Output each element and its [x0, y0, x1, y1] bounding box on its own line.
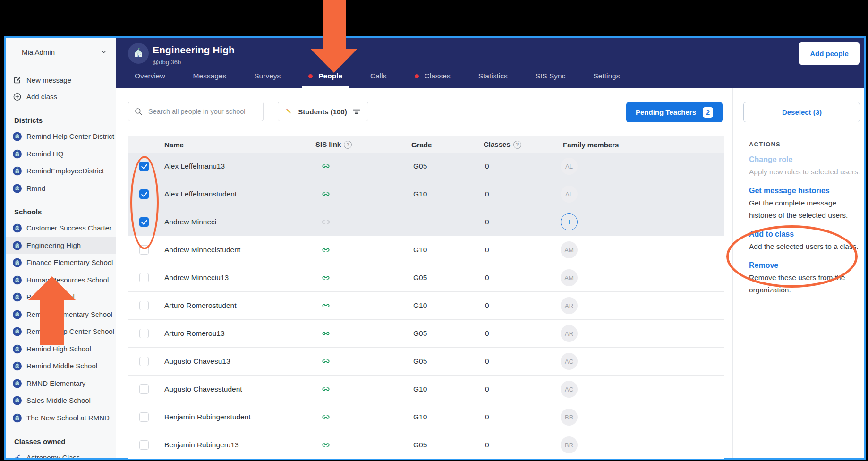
row-checkbox[interactable]: [139, 440, 149, 450]
grade-value: G05: [413, 329, 427, 338]
add-people-button[interactable]: Add people: [799, 42, 860, 65]
row-checkbox[interactable]: [139, 357, 149, 366]
grade-value: G10: [413, 301, 427, 310]
row-checkbox[interactable]: [139, 329, 149, 338]
family-avatar: AR: [561, 297, 578, 314]
person-name[interactable]: Andrew Minneciu13: [164, 273, 229, 282]
person-name[interactable]: Arturo Romerostudent: [164, 301, 237, 310]
table-row[interactable]: Alex Leffelmanstudent G10 0 AL: [128, 180, 724, 208]
table-row[interactable]: Andrew Minnecistudent G10 0 AM: [128, 236, 724, 264]
deselect-button[interactable]: Deselect (3): [743, 102, 860, 122]
person-name[interactable]: Benjamin Rubingeru13: [164, 441, 239, 449]
person-name[interactable]: Alex Leffelmanstudent: [164, 190, 237, 198]
action-link[interactable]: Get message histories: [749, 186, 863, 196]
sidebar-item[interactable]: RemindEmployeeDistrict: [6, 162, 116, 180]
family-avatar: AM: [561, 269, 578, 286]
search-input[interactable]: [147, 107, 257, 116]
sidebar-item[interactable]: Remind Middle School: [6, 358, 116, 375]
school-building-icon: [13, 149, 22, 158]
row-checkbox[interactable]: [139, 273, 149, 282]
help-icon[interactable]: ?: [513, 141, 521, 149]
action-link[interactable]: Add to class: [749, 229, 863, 239]
tab[interactable]: People: [308, 72, 342, 88]
role-filter-chip[interactable]: Students (100): [278, 102, 368, 121]
tab[interactable]: Statistics: [478, 72, 508, 88]
pending-teachers-button[interactable]: Pending Teachers 2: [626, 102, 723, 122]
pending-count-badge: 2: [703, 107, 713, 118]
row-checkbox[interactable]: [139, 301, 149, 310]
grade-value: G05: [413, 273, 427, 282]
table-row[interactable]: Alex Leffelmanu13 G05 0 AL: [128, 153, 724, 180]
table-row[interactable]: Benjamin Rubingeru13 G05 0 BR: [128, 431, 724, 459]
sidebar-item[interactable]: Remind Elementary School: [6, 306, 116, 324]
table-row[interactable]: Arturo Romerou13 G05 0 AR: [128, 320, 724, 348]
person-name[interactable]: Andrew Minneci: [164, 218, 216, 226]
main-content: Students (100) Pending Teachers 2 Name S…: [116, 88, 732, 458]
sidebar-item[interactable]: Engineering High: [6, 237, 116, 255]
sidebar-item[interactable]: Remind Help Center District: [6, 128, 116, 145]
sis-linked-icon: [321, 162, 331, 171]
row-checkbox[interactable]: [139, 189, 149, 199]
sidebar-item[interactable]: Human Resources School: [6, 272, 116, 289]
person-name[interactable]: Benjamin Rubingerstudent: [164, 413, 251, 421]
table-row[interactable]: Andrew Minneciu13 G05 0 AM: [128, 264, 724, 292]
sidebar-item-label: RemindEmployeeDistrict: [26, 167, 104, 175]
tab[interactable]: Calls: [370, 72, 386, 88]
person-name[interactable]: Alex Leffelmanu13: [164, 162, 225, 171]
tab[interactable]: SIS Sync: [536, 72, 566, 88]
sidebar-item[interactable]: Rmnd: [6, 180, 116, 197]
classes-count: 0: [485, 162, 489, 171]
sidebar-item[interactable]: Remind HQ: [6, 145, 116, 163]
row-checkbox[interactable]: [139, 245, 149, 255]
action-link[interactable]: Remove: [749, 260, 863, 271]
table-row[interactable]: Benjamin Rubingerstudent G10 0 BR: [128, 403, 724, 431]
row-checkbox[interactable]: [139, 412, 149, 422]
new-message-button[interactable]: New message: [6, 72, 116, 88]
sidebar-item[interactable]: Remind Help Center School: [6, 323, 116, 341]
person-name[interactable]: Andrew Minnecistudent: [164, 246, 240, 254]
sis-linked-icon: [321, 440, 331, 450]
tab[interactable]: Messages: [193, 72, 227, 88]
sis-linked-icon: [321, 273, 331, 282]
person-name[interactable]: Arturo Romerou13: [164, 329, 225, 338]
account-switcher[interactable]: Mia Admin: [6, 38, 116, 66]
tab[interactable]: Classes: [415, 72, 451, 88]
tab[interactable]: Overview: [135, 72, 165, 88]
sidebar-item[interactable]: Finance Elementary School: [6, 254, 116, 272]
table-row[interactable]: Andrew Minneci 0 +: [128, 208, 724, 236]
tab[interactable]: Settings: [593, 72, 620, 88]
sidebar-item-label: Remind Help Center District: [26, 132, 114, 140]
table-row[interactable]: Arturo Romerostudent G10 0 AR: [128, 292, 724, 320]
compose-icon: [13, 76, 22, 85]
row-checkbox[interactable]: [139, 162, 149, 171]
sis-linked-icon: [321, 301, 331, 310]
person-name[interactable]: Augusto Chavesstudent: [164, 385, 242, 393]
sidebar-item[interactable]: Customer Success Charter: [6, 220, 116, 237]
actions-items: Change role Apply new roles to selected …: [749, 154, 863, 296]
add-class-button[interactable]: Add class: [6, 88, 116, 105]
sidebar-item[interactable]: The New School at RMND: [6, 410, 116, 427]
person-name[interactable]: Augusto Chavesu13: [164, 357, 230, 366]
table-row[interactable]: Augusto Chavesstudent G10 0 AC: [128, 376, 724, 403]
sidebar-item[interactable]: Astronomy Class: [6, 449, 116, 458]
sis-linked-icon: [321, 189, 331, 199]
table-row[interactable]: Augusto Chavesu13 G05 0 AC: [128, 348, 724, 376]
sidebar-item[interactable]: Product School: [6, 289, 116, 306]
action-description: Add the selected users to a class.: [749, 240, 863, 253]
tab[interactable]: Surveys: [254, 72, 281, 88]
school-building-icon: [13, 396, 22, 405]
family-avatar: AC: [561, 381, 578, 398]
schools-header: Schools: [6, 205, 116, 220]
action-link[interactable]: Change role: [749, 154, 863, 165]
search-icon: [134, 107, 143, 116]
help-icon[interactable]: ?: [344, 141, 352, 149]
row-checkbox[interactable]: [139, 217, 149, 227]
classes-list: Astronomy Class: [6, 449, 116, 458]
sidebar-item[interactable]: RMND Elementary: [6, 375, 116, 393]
add-family-member-button[interactable]: +: [561, 213, 578, 230]
row-checkbox[interactable]: [139, 384, 149, 394]
sidebar-item-label: Remind High School: [26, 345, 91, 353]
sidebar-item[interactable]: Sales Middle School: [6, 392, 116, 410]
sidebar-item[interactable]: Remind High School: [6, 341, 116, 358]
divider: [6, 109, 116, 109]
